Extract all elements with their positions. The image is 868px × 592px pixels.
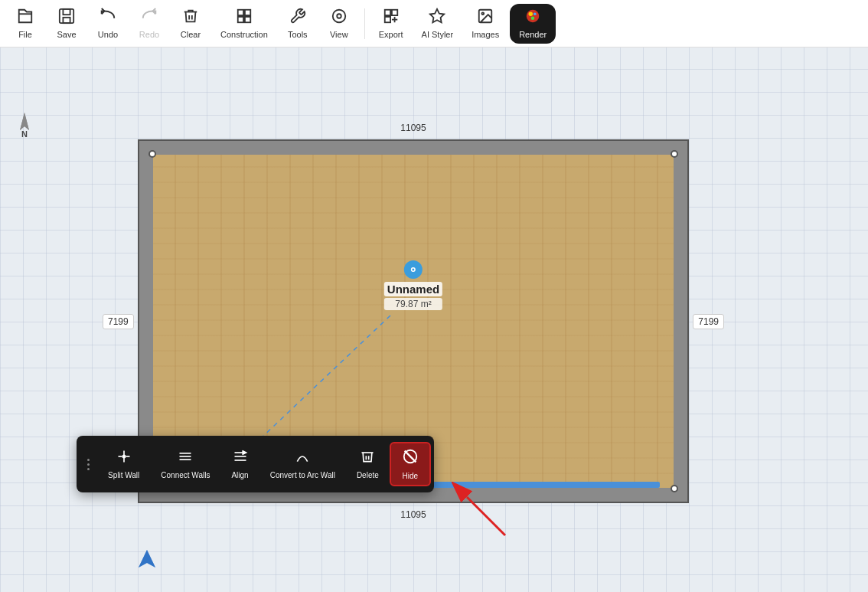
connect-walls-icon — [178, 449, 193, 466]
svg-point-8 — [333, 10, 346, 23]
svg-rect-6 — [238, 17, 243, 22]
save-icon — [58, 8, 75, 28]
drag-dots — [87, 459, 90, 470]
corner-handle-br[interactable] — [671, 485, 678, 492]
align-icon — [233, 449, 248, 466]
svg-point-21 — [531, 16, 535, 20]
svg-marker-15 — [430, 9, 444, 22]
ai-styler-icon — [429, 8, 445, 28]
context-menu: Split Wall Connect Walls — [77, 436, 434, 492]
ai-styler-label: AI Styler — [422, 30, 454, 39]
svg-point-20 — [534, 12, 537, 15]
toolbar-export[interactable]: Export — [371, 4, 411, 44]
svg-rect-10 — [384, 10, 390, 15]
render-icon — [524, 8, 541, 28]
dimension-top: 11095 — [400, 123, 426, 133]
canvas-area: N 11095 11095 7199 7199 — [0, 47, 868, 592]
corner-handle-tl[interactable] — [148, 150, 156, 158]
undo-label: Undo — [98, 30, 118, 39]
dimension-right: 7199 — [693, 314, 724, 329]
view-label: View — [330, 30, 348, 39]
align-button[interactable]: Align — [220, 444, 259, 484]
delete-label: Delete — [357, 471, 379, 479]
convert-arc-wall-label: Convert to Arc Wall — [270, 471, 335, 479]
blue-marker — [134, 546, 157, 569]
delete-icon — [360, 449, 375, 466]
convert-arc-wall-icon — [295, 449, 310, 466]
tools-icon — [289, 8, 306, 28]
svg-rect-7 — [245, 17, 250, 22]
svg-line-40 — [404, 451, 416, 463]
svg-point-9 — [337, 14, 341, 18]
toolbar-clear[interactable]: Clear — [171, 4, 210, 44]
toolbar-images[interactable]: Images — [464, 4, 507, 44]
split-wall-icon — [116, 449, 132, 466]
tools-label: Tools — [288, 30, 308, 39]
svg-marker-44 — [139, 550, 155, 567]
svg-point-19 — [529, 12, 534, 17]
save-label: Save — [57, 30, 76, 39]
view-icon — [331, 8, 348, 28]
toolbar-view[interactable]: View — [320, 4, 358, 44]
toolbar-render[interactable]: Render — [510, 4, 556, 44]
redo-icon — [141, 8, 158, 28]
svg-rect-4 — [238, 10, 243, 15]
images-label: Images — [472, 30, 499, 39]
file-label: File — [18, 30, 32, 39]
svg-point-32 — [122, 455, 125, 457]
clear-label: Clear — [181, 30, 201, 39]
hide-icon — [402, 448, 419, 467]
align-label: Align — [231, 471, 248, 479]
render-label: Render — [519, 30, 547, 39]
delete-button[interactable]: Delete — [346, 444, 390, 484]
redo-label: Redo — [139, 30, 159, 39]
drag-handle[interactable] — [80, 454, 97, 475]
construction-icon — [236, 8, 253, 28]
dimension-bottom: 11095 — [400, 509, 426, 520]
toolbar-tools[interactable]: Tools — [279, 4, 317, 44]
hide-label: Hide — [403, 472, 419, 480]
dimension-left: 7199 — [103, 314, 134, 329]
svg-rect-12 — [384, 17, 390, 22]
svg-point-17 — [482, 12, 485, 15]
split-wall-button[interactable]: Split Wall — [97, 444, 150, 484]
export-label: Export — [379, 30, 403, 39]
connect-walls-button[interactable]: Connect Walls — [150, 444, 220, 484]
svg-rect-11 — [392, 10, 397, 15]
undo-icon — [100, 8, 116, 28]
toolbar-redo[interactable]: Redo — [130, 4, 168, 44]
svg-point-18 — [527, 10, 540, 23]
toolbar-construction[interactable]: Construction — [213, 4, 276, 44]
toolbar-save[interactable]: Save — [47, 4, 86, 44]
export-icon — [383, 8, 400, 28]
corner-handle-tr[interactable] — [671, 150, 678, 158]
construction-label: Construction — [220, 30, 268, 39]
toolbar-divider — [364, 8, 365, 39]
toolbar-file[interactable]: File — [6, 4, 44, 44]
images-icon — [477, 8, 494, 28]
hide-button[interactable]: Hide — [390, 442, 431, 486]
convert-arc-wall-button[interactable]: Convert to Arc Wall — [259, 444, 346, 484]
svg-text:N: N — [21, 129, 28, 139]
svg-rect-5 — [245, 10, 250, 15]
north-arrow: N — [9, 109, 40, 139]
svg-rect-3 — [63, 18, 70, 23]
svg-rect-2 — [63, 9, 70, 15]
toolbar-ai-styler[interactable]: AI Styler — [414, 4, 462, 44]
toolbar: File Save Undo — [0, 0, 868, 47]
svg-rect-1 — [60, 9, 73, 23]
svg-marker-23 — [20, 113, 29, 130]
clear-icon — [182, 8, 199, 28]
connect-walls-label: Connect Walls — [161, 471, 210, 479]
split-wall-label: Split Wall — [108, 471, 139, 479]
toolbar-undo[interactable]: Undo — [89, 4, 127, 44]
file-icon — [17, 8, 34, 28]
